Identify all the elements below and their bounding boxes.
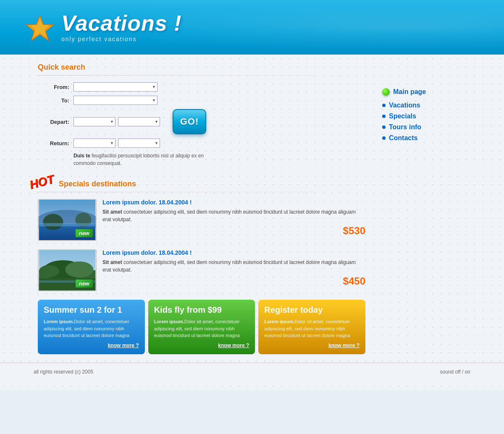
site-header: Vacations ! only perfect vacations [0,0,504,55]
copyright-text: all rights reserved (c) 2005 [34,369,93,375]
right-sidebar: Main page Vacations Specials Tours info … [382,63,466,354]
return-year-wrapper[interactable] [118,139,160,148]
promo-heading-summer: Summer sun 2 for 1 [44,305,139,315]
promo-bold-summer: Lorem ipsum. [44,319,74,324]
search-note: Duis te feugifacilisi persuscipit lobort… [42,152,210,167]
dest-title-2: Lorem ipsum dolor. 18.04.2004 ! [102,249,365,256]
starfish-icon [25,14,55,41]
dest-price-2: $450 [102,275,365,287]
sidebar-nav-tours[interactable]: Tours info [382,123,466,131]
sidebar-nav-specials[interactable]: Specials [382,112,466,120]
promo-box-summer: Summer sun 2 for 1 Lorem ipsum.Dolor sit… [38,300,145,354]
bullet-icon-tours [382,125,386,129]
promo-heading-kids: Kids fly from $99 [154,305,249,315]
destination-item-2: new Lorem ipsum dolor. 18.04.2004 ! Sit … [38,249,365,291]
sidebar-nav-contacts[interactable]: Contacts [382,134,466,142]
promo-text-kids: Lorem ipsum.Dolor sit amet, conectetuer … [154,318,249,339]
return-label: Return: [42,140,69,146]
from-select-wrapper[interactable] [74,82,158,92]
sidebar-nav-vacations[interactable]: Vacations [382,102,466,109]
bullet-icon-vacations [382,104,386,107]
from-select[interactable] [74,82,158,92]
dest-desc-1: Sit amet consectetuer adipiscing elit, s… [102,208,365,223]
depart-label: Depart: [42,119,69,125]
specials-title: Specials destinations [59,180,365,188]
site-footer: all rights reserved (c) 2005 sound off /… [0,363,504,381]
search-note-text: feugifacilisi persuscipit lobortis nisl … [74,153,204,166]
promo-know-more-register[interactable]: know more ? [264,342,360,348]
return-controls [74,139,160,148]
search-note-bold: Duis te [74,153,90,159]
content-area: Quick search From: To: [21,55,483,363]
sound-control[interactable]: sound off / on [440,369,470,375]
new-badge-2: new [75,279,93,288]
site-title: Vacations ! [61,12,182,34]
svg-point-12 [39,265,59,277]
to-label: To: [42,97,69,104]
from-label: From: [42,84,69,90]
promo-text-register: Lorem ipsum.Dolor sit amet, conectetuer … [264,318,360,339]
logo-area: Vacations ! only perfect vacations [25,12,182,42]
promo-heading-register: Register today [264,305,360,315]
dest-image-1: new [38,199,97,241]
dest-title-1: Lorem ipsum dolor. 18.04.2004 ! [102,199,365,206]
left-main: Quick search From: To: [38,63,365,354]
to-select[interactable] [74,96,158,105]
specials-section: HOT Specials destinations [38,180,365,354]
promo-text-summer: Lorem ipsum.Dolor sit amet, conectetuer … [44,318,139,339]
quick-search-section: Quick search From: To: [38,63,365,167]
promo-boxes: Summer sun 2 for 1 Lorem ipsum.Dolor sit… [38,300,365,354]
site-subtitle: only perfect vacations [61,36,182,42]
return-year-select[interactable] [118,139,160,148]
from-row: From: [42,82,365,92]
main-wrapper: Quick search From: To: [0,55,504,390]
divider [38,75,365,76]
promo-bold-kids: Lorem ipsum. [154,319,184,324]
promo-bold-register: Lorem ipsum. [264,319,294,324]
to-row: To: [42,96,365,105]
depart-controls [74,117,160,126]
sidebar-main-label[interactable]: Main page [393,88,426,96]
return-month-select[interactable] [74,139,116,148]
dest-price-1: $530 [102,225,365,237]
dest-image-2: new [38,249,97,291]
promo-know-more-summer[interactable]: know more ? [44,342,139,348]
dest-desc-bold-1: Sit amet [102,209,122,215]
dest-desc-2: Sit amet consectetuer adipiscing elit, s… [102,259,365,274]
depart-year-wrapper[interactable] [118,117,160,126]
hot-badge: HOT [28,173,55,192]
sidebar-nav-label-contacts[interactable]: Contacts [389,134,417,142]
search-form: From: To: [38,82,365,167]
sidebar-nav-label-specials[interactable]: Specials [389,112,416,120]
depart-year-select[interactable] [118,117,160,126]
sidebar-main-page[interactable]: Main page [382,88,466,96]
promo-box-kids: Kids fly from $99 Lorem ipsum.Dolor sit … [148,300,255,354]
return-row: Return: [42,139,365,148]
bullet-icon-contacts [382,136,386,140]
dest-info-1: Lorem ipsum dolor. 18.04.2004 ! Sit amet… [102,199,365,237]
sidebar-nav-label-vacations[interactable]: Vacations [389,102,420,109]
svg-point-5 [43,214,63,230]
return-month-wrapper[interactable] [74,139,116,148]
dest-desc-text-2: consectetuer adipiscing elit, sed diem n… [102,259,356,273]
new-badge-1: new [75,229,93,238]
dest-desc-bold-2: Sit amet [102,259,122,265]
promo-know-more-kids[interactable]: know more ? [154,342,249,348]
promo-box-register: Register today Lorem ipsum.Dolor sit ame… [258,300,365,354]
green-dot-icon [382,88,390,96]
to-select-wrapper[interactable] [74,96,158,105]
go-button[interactable]: GO! [173,109,206,134]
sidebar-nav-label-tours[interactable]: Tours info [389,123,421,131]
bullet-icon-specials [382,115,386,118]
svg-point-11 [65,261,93,277]
header-text: Vacations ! only perfect vacations [61,12,182,42]
depart-row: Depart: [42,109,365,134]
svg-rect-7 [39,223,95,227]
dest-desc-text-1: consectetuer adipiscing elit, sed diem n… [102,209,356,222]
dest-info-2: Lorem ipsum dolor. 18.04.2004 ! Sit amet… [102,249,365,287]
depart-month-wrapper[interactable] [74,117,116,126]
depart-month-select[interactable] [74,117,116,126]
quick-search-title: Quick search [38,63,365,72]
specials-divider [38,192,365,192]
destination-item: new Lorem ipsum dolor. 18.04.2004 ! Sit … [38,199,365,241]
